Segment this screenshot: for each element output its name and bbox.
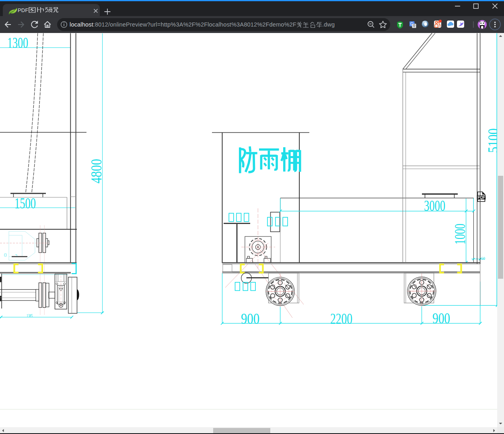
svg-text:2200: 2200	[330, 311, 352, 327]
svg-text:3000: 3000	[424, 197, 445, 214]
svg-text:900: 900	[432, 310, 450, 327]
svg-text:1000: 1000	[452, 224, 468, 245]
svg-text:1300: 1300	[7, 35, 28, 51]
svg-text:900: 900	[241, 311, 259, 327]
svg-text:1500: 1500	[14, 195, 36, 212]
svg-text:4800: 4800	[88, 159, 105, 183]
svg-text:50: 50	[481, 256, 485, 261]
svg-text:1385: 1385	[27, 313, 33, 319]
